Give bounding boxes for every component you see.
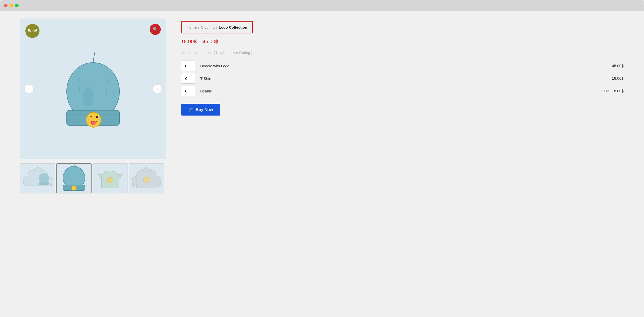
svg-point-17 [143, 177, 149, 183]
star-5: ☆ [207, 49, 212, 56]
tshirt-name: T-Shirt [200, 76, 607, 81]
product-table: Hoodie with Logo 45.00฿ T-Shirt 18.00฿ B… [181, 61, 624, 96]
beanie-qty-input[interactable] [181, 86, 195, 96]
rating-label: [ No Customer Rating ] [214, 50, 252, 55]
star-1: ☆ [181, 49, 186, 56]
maximize-button[interactable] [15, 4, 19, 7]
svg-point-16 [107, 177, 113, 183]
table-row: Hoodie with Logo 45.00฿ [181, 61, 624, 71]
svg-point-2 [83, 86, 93, 107]
beanie-name: Beanie [200, 89, 592, 93]
tshirt-qty-input[interactable] [181, 73, 195, 84]
thumbnail-1[interactable] [20, 163, 55, 193]
beanie-price: 20.00฿ 18.00฿ [597, 89, 624, 93]
main-layout: Sale! 🔍 ‹ › [20, 19, 624, 309]
table-row: Beanie 20.00฿ 18.00฿ [181, 86, 624, 96]
close-button[interactable] [4, 4, 8, 7]
star-4: ☆ [201, 49, 205, 56]
table-row: T-Shirt 18.00฿ [181, 73, 624, 84]
hoodie-name: Hoodie with Logo [200, 64, 607, 68]
next-image-button[interactable]: › [153, 84, 162, 93]
breadcrumb-clothing[interactable]: Clothing [201, 25, 215, 29]
buy-now-button[interactable]: 🛒 Buy Now [181, 104, 220, 116]
minimize-button[interactable] [10, 4, 13, 7]
prev-image-button[interactable]: ‹ [24, 84, 33, 93]
breadcrumb: Home / Clothing / Logo Collection [181, 21, 253, 33]
thumbnail-4[interactable] [129, 163, 164, 193]
beanie-sale-price: 18.00฿ [612, 89, 624, 93]
thumbnail-2[interactable] [56, 163, 92, 193]
search-button[interactable]: 🔍 [150, 24, 161, 35]
thumbnail-3[interactable] [93, 163, 128, 193]
svg-point-8 [91, 121, 96, 125]
window-chrome [0, 0, 644, 11]
breadcrumb-current: Logo Collection [219, 25, 247, 29]
page-content: Sale! 🔍 ‹ › [0, 11, 644, 317]
main-product-image: Sale! 🔍 ‹ › [20, 19, 166, 159]
breadcrumb-sep-2: / [216, 25, 217, 29]
buy-now-label: Buy Now [196, 108, 213, 112]
search-icon: 🔍 [152, 27, 158, 32]
sale-badge: Sale! [25, 24, 39, 38]
chevron-right-icon: › [156, 87, 158, 91]
breadcrumb-sep-1: / [198, 25, 199, 29]
star-2: ☆ [188, 49, 192, 56]
thumbnail-strip [20, 163, 166, 193]
info-column: Home / Clothing / Logo Collection 18.00฿… [181, 19, 624, 309]
star-3: ☆ [194, 49, 199, 56]
hoodie-price: 45.00฿ [612, 64, 624, 68]
svg-point-7 [97, 117, 98, 117]
beanie-original-price: 20.00฿ [597, 89, 610, 93]
cart-icon: 🛒 [189, 107, 194, 112]
breadcrumb-home[interactable]: Home [187, 25, 197, 29]
image-column: Sale! 🔍 ‹ › [20, 19, 166, 309]
tshirt-price: 18.00฿ [612, 76, 624, 81]
hoodie-qty-input[interactable] [181, 61, 195, 71]
rating-row: ☆ ☆ ☆ ☆ ☆ [ No Customer Rating ] [181, 49, 624, 56]
price-range: 18.00฿ – 45.00฿ [181, 38, 624, 44]
svg-point-10 [98, 118, 101, 121]
beanie-illustration [58, 46, 128, 132]
svg-point-15 [71, 186, 76, 190]
chevron-left-icon: ‹ [28, 87, 29, 91]
svg-point-9 [87, 118, 89, 121]
svg-rect-12 [39, 182, 49, 185]
